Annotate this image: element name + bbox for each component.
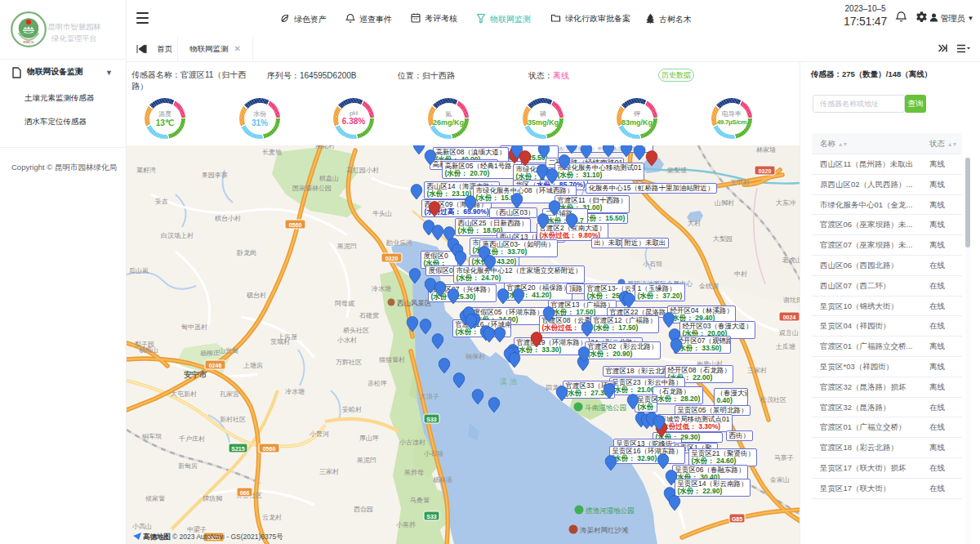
svg-text:0560: 0560 — [289, 222, 302, 228]
svg-text:棠梨坡: 棠梨坡 — [667, 167, 687, 174]
svg-text:0560: 0560 — [263, 446, 276, 452]
svg-text:滇池: 滇池 — [500, 377, 519, 386]
svg-text:小古连村: 小古连村 — [399, 439, 425, 446]
svg-text:果园李寨: 果园李寨 — [202, 172, 228, 179]
svg-text:棋盘山: 棋盘山 — [318, 175, 339, 182]
svg-text:山脚村: 山脚村 — [715, 199, 734, 207]
svg-text:砚台村: 砚台村 — [246, 292, 266, 299]
svg-text:小水村: 小水村 — [337, 337, 357, 344]
svg-text:妥吉: 妥吉 — [155, 198, 168, 205]
svg-text:黑泥凹: 黑泥凹 — [357, 457, 376, 464]
svg-text:安宁市: 安宁市 — [184, 370, 207, 379]
svg-text:后山嵐: 后山嵐 — [129, 267, 149, 274]
svg-text:谢坑田: 谢坑田 — [783, 297, 800, 304]
svg-text:三家村: 三家村 — [319, 468, 339, 475]
svg-text:西山风景区: 西山风景区 — [397, 299, 432, 307]
svg-text:观音山: 观音山 — [778, 329, 799, 337]
svg-text:棋台小村: 棋台小村 — [214, 215, 241, 222]
svg-text:五甲村: 五甲村 — [730, 179, 750, 186]
svg-text:0320: 0320 — [385, 256, 399, 261]
svg-text:候家箐: 候家箐 — [145, 495, 166, 502]
svg-text:甸中遥村: 甸中遥村 — [180, 323, 207, 331]
svg-text:冷水塘: 冷水塘 — [372, 285, 391, 292]
svg-text:大屯新村: 大屯新村 — [171, 390, 197, 398]
svg-text:大沮子: 大沮子 — [420, 393, 439, 400]
svg-text:小普河: 小普河 — [310, 430, 329, 438]
svg-text:斗南湿地公园: 斗南湿地公园 — [585, 404, 626, 412]
svg-text:勘业乐湾: 勘业乐湾 — [386, 239, 412, 247]
svg-text:万辉社区: 万辉社区 — [336, 359, 362, 366]
svg-text:林家墙: 林家墙 — [756, 146, 776, 154]
svg-text:大东冲: 大东冲 — [776, 199, 795, 207]
svg-text:白汉场上村: 白汉场上村 — [161, 232, 194, 239]
svg-text:石碓窝: 石碓窝 — [359, 312, 379, 319]
svg-text:福保村: 福保村 — [465, 353, 485, 360]
svg-text:卧龙岗: 卧龙岗 — [237, 249, 256, 256]
svg-text:金家山: 金家山 — [769, 476, 790, 484]
svg-text:杨梅山: 杨梅山 — [139, 346, 158, 354]
svg-text:新村社区: 新村社区 — [220, 416, 246, 423]
svg-text:黑泥凹: 黑泥凹 — [337, 243, 357, 250]
svg-text:0246: 0246 — [209, 363, 222, 368]
svg-text:中村: 中村 — [734, 270, 747, 278]
svg-text:捞渔河湿地公园: 捞渔河湿地公园 — [585, 506, 635, 515]
svg-text:南花村: 南花村 — [315, 145, 335, 149]
svg-text:长麦地: 长麦地 — [262, 149, 282, 156]
svg-text:牌坊脚: 牌坊脚 — [203, 495, 222, 502]
svg-text:大梨园: 大梨园 — [713, 235, 733, 243]
svg-text:云龙村: 云龙村 — [262, 514, 282, 521]
svg-text:千户庄村: 千户庄村 — [178, 435, 205, 443]
svg-text:0320: 0320 — [759, 168, 772, 174]
svg-text:S33: S33 — [426, 514, 437, 519]
svg-text:山光甸: 山光甸 — [219, 347, 238, 354]
svg-text:牛头山: 牛头山 — [372, 210, 392, 217]
svg-text:国家森林公园: 国家森林公园 — [292, 185, 332, 192]
svg-text:S33: S33 — [426, 417, 437, 422]
svg-text:花红园小村: 花红园小村 — [346, 167, 379, 174]
svg-text:西合园: 西合园 — [354, 506, 373, 513]
svg-text:小石墙: 小石墙 — [424, 450, 443, 457]
svg-text:新甸房: 新甸房 — [178, 462, 198, 470]
svg-text:菜籽湾: 菜籽湾 — [136, 167, 156, 174]
svg-text:黑荞母: 黑荞母 — [404, 469, 424, 476]
svg-text:铜车坝: 铜车坝 — [141, 433, 162, 440]
svg-text:上塘房: 上塘房 — [243, 362, 263, 369]
svg-text:高德地图: 高德地图 — [143, 533, 171, 541]
svg-text:厚山坪: 厚山坪 — [359, 435, 379, 442]
svg-text:海晏村网红沙滩: 海晏村网红沙滩 — [580, 526, 629, 534]
svg-text:三家村: 三家村 — [747, 367, 767, 374]
svg-text:松茂社区: 松茂社区 — [760, 396, 786, 404]
svg-text:猫猫箐村: 猫猫箐村 — [379, 356, 405, 363]
svg-text:土瓜塘: 土瓜塘 — [775, 343, 795, 350]
svg-text:大村: 大村 — [688, 220, 701, 227]
svg-text:0024: 0024 — [783, 314, 796, 320]
svg-text:杨柳庄: 杨柳庄 — [200, 350, 220, 357]
svg-text:妥睑村: 妥睑村 — [342, 406, 362, 413]
svg-text:桥头社区: 桥头社区 — [343, 327, 369, 334]
svg-text:老虎山: 老虎山 — [782, 256, 800, 264]
svg-text:小黑荞: 小黑荞 — [396, 521, 416, 528]
svg-text:KMCG: KMCG — [24, 40, 34, 44]
svg-text:冷水塘: 冷水塘 — [285, 388, 305, 395]
svg-text:阿母妮: 阿母妮 — [335, 300, 355, 307]
svg-text:杨林港: 杨林港 — [433, 476, 452, 484]
svg-text:小高山: 小高山 — [132, 523, 152, 530]
svg-text:马桑箐: 马桑箐 — [410, 497, 430, 504]
svg-text:马寨子: 马寨子 — [774, 454, 794, 462]
svg-text:赤松坪: 赤松坪 — [368, 380, 387, 387]
svg-text:© 2023 AutoNavi - GS(2021)6375: © 2023 AutoNavi - GS(2021)6375号 — [172, 533, 283, 541]
svg-text:金线洞: 金线洞 — [698, 283, 719, 290]
svg-text:小石坝: 小石坝 — [643, 261, 662, 268]
svg-text:茨城村: 茨城村 — [270, 338, 290, 346]
svg-text:066: 066 — [240, 490, 250, 496]
svg-text:G85: G85 — [732, 516, 742, 522]
svg-text:S215: S215 — [231, 446, 244, 452]
svg-text:孔家营: 孔家营 — [220, 390, 239, 398]
